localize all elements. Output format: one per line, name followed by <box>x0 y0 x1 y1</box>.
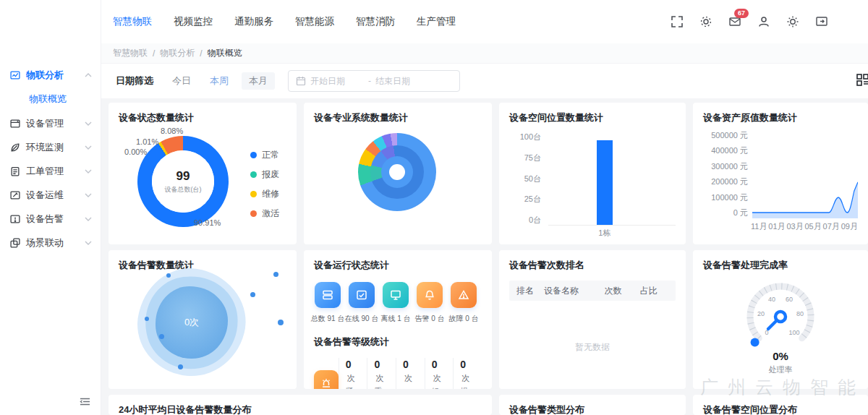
sidebar-subitem-iot-overview[interactable]: 物联概览 <box>0 88 101 110</box>
card-title: 设备告警次数排名 <box>509 259 676 272</box>
card-hourly-alarm-distribution: 24小时平均日设备告警数量分布 <box>109 395 492 415</box>
sidebar-item-iot-analysis[interactable]: 物联分析 <box>0 64 101 86</box>
level-important: 0次 重要 <box>367 358 396 389</box>
gauge-label: 处理率 <box>769 364 793 375</box>
card-title: 设备告警处理完成率 <box>703 259 858 272</box>
svg-text:40: 40 <box>768 296 775 303</box>
card-device-status: 设备状态数量统计 99 设备总数(台) 8.08% 1.01% 0.00% 90… <box>109 103 297 244</box>
chevron-down-icon <box>85 241 92 245</box>
sidebar-item-environment-monitoring[interactable]: 环境监测 <box>0 137 101 158</box>
gear-icon[interactable] <box>699 15 712 28</box>
card-alarm-count: 设备告警数量统计 0次 <box>109 250 297 389</box>
sidebar-item-scene-linkage[interactable]: 场景联动 <box>0 232 101 254</box>
quick-filter-week[interactable]: 本周 <box>210 74 229 87</box>
quick-filter-month[interactable]: 本月 <box>242 72 275 90</box>
sidebar: 物联分析 物联概览 设备管理 环境监测 工单管理 设备运维 设备告警 <box>0 0 101 415</box>
user-icon[interactable] <box>757 15 770 28</box>
sidebar-collapse-icon[interactable] <box>80 397 90 406</box>
level-hint: 0次 提示 <box>453 358 482 389</box>
siren-icon <box>314 370 339 390</box>
breadcrumb: 智慧物联 / 物联分析 / 物联概览 <box>101 43 868 64</box>
mail-icon[interactable]: 67 <box>728 15 741 28</box>
filter-bar: 日期筛选 今日 本周 本月 - <box>101 64 868 98</box>
empty-state: 暂无数据 <box>509 341 676 354</box>
fullscreen-icon[interactable] <box>671 15 684 28</box>
alarm-icon <box>417 282 443 308</box>
svg-text:80: 80 <box>796 310 804 317</box>
tab-video-monitoring[interactable]: 视频监控 <box>174 15 213 28</box>
breadcrumb-item[interactable]: 智慧物联 <box>113 47 148 59</box>
tab-production-management[interactable]: 生产管理 <box>417 15 456 28</box>
breadcrumb-item[interactable]: 物联分析 <box>160 47 195 59</box>
stat-fault: 故障 0 台 <box>450 282 477 324</box>
theme-sun-icon[interactable] <box>786 15 799 28</box>
date-range-picker[interactable]: - <box>288 70 460 92</box>
breadcrumb-current: 物联概览 <box>208 47 242 59</box>
svg-text:60: 60 <box>786 296 793 303</box>
legend-item-active[interactable]: 激活 <box>250 208 279 220</box>
bar-building-1 <box>597 140 613 225</box>
card-title: 设备运行状态统计 <box>314 259 482 272</box>
sidebar-item-device-alarm[interactable]: 设备告警 <box>0 208 101 230</box>
legend-item-normal[interactable]: 正常 <box>250 149 279 161</box>
status-legend: 正常 报废 维修 激活 <box>250 149 279 227</box>
stat-offline: 离线 1 台 <box>382 282 409 324</box>
chevron-down-icon <box>85 217 92 221</box>
card-title: 设备空间位置数量统计 <box>509 111 676 124</box>
device-icon <box>10 119 20 129</box>
sidebar-item-work-order[interactable]: 工单管理 <box>0 161 101 182</box>
dashboard-grid: 设备状态数量统计 99 设备总数(台) 8.08% 1.01% 0.00% 90… <box>101 98 868 415</box>
chevron-down-icon <box>85 121 92 126</box>
bar-chart: 100台75台50台25台0台 1栋 <box>509 132 676 226</box>
alarm-level-stats: 0次 紧急 0次 重要 0次 一般 0次 轻微 0次 提示 <box>314 358 482 389</box>
sidebar-item-device-ops[interactable]: 设备运维 <box>0 184 101 206</box>
tab-smart-fire[interactable]: 智慧消防 <box>356 15 395 28</box>
clipboard-icon <box>10 166 20 176</box>
stat-alarm: 告警 0 台 <box>416 282 443 324</box>
start-date-input[interactable] <box>310 76 364 86</box>
card-space-position: 设备空间位置数量统计 100台75台50台25台0台 1栋 <box>499 103 686 244</box>
alarm-level-title: 设备告警等级统计 <box>314 335 482 348</box>
x-tick-label: 1栋 <box>597 228 613 239</box>
stat-online: 在线 90 台 <box>348 282 375 324</box>
gauge-chart: 0 20 40 60 80 100 0% 处理率 <box>703 273 858 375</box>
card-title: 设备专业系统数量统计 <box>314 111 482 124</box>
card-alarm-type-distribution: 设备告警类型分布 <box>499 395 686 415</box>
screen-exit-icon[interactable] <box>815 15 828 28</box>
card-title: 设备状态数量统计 <box>119 111 286 124</box>
chevron-down-icon <box>85 193 92 197</box>
chevron-down-icon <box>85 145 92 150</box>
fault-icon <box>451 282 477 308</box>
tab-commute-service[interactable]: 通勤服务 <box>234 15 273 28</box>
card-professional-system: 设备专业系统数量统计 <box>304 103 492 244</box>
scene-icon <box>10 238 20 248</box>
stat-total: 总数 91 台 <box>314 282 341 324</box>
liquid-value: 0次 <box>184 316 199 329</box>
tab-smart-energy[interactable]: 智慧能源 <box>295 15 334 28</box>
card-alarm-ranking: 设备告警次数排名 排名 设备名称 次数 占比 暂无数据 <box>499 250 686 389</box>
level-general: 0次 一般 <box>396 358 425 389</box>
tab-smart-iot[interactable]: 智慧物联 <box>113 15 152 28</box>
area-chart-svg <box>752 130 858 218</box>
top-navigation: 智慧物联 视频监控 通勤服务 智慧能源 智慧消防 生产管理 67 <box>101 0 868 43</box>
legend-item-repair[interactable]: 维修 <box>250 188 279 200</box>
quick-filter-today[interactable]: 今日 <box>172 74 191 87</box>
card-completion-rate: 设备告警处理完成率 0 20 40 60 80 100 0% 处理率 <box>693 250 868 389</box>
grid-view-toggle-icon[interactable] <box>856 73 868 87</box>
svg-text:100: 100 <box>788 329 799 336</box>
card-asset-value: 设备资产原值数量统计 500000 元400000 元300000 元20000… <box>693 103 868 244</box>
card-alarm-space-distribution: 设备告警空间位置分布 <box>693 395 868 415</box>
running-status-tiles: 总数 91 台 在线 90 台 离线 1 台 告警 0 台 故障 0 台 <box>314 282 482 324</box>
alert-icon <box>10 214 20 224</box>
sidebar-item-device-management[interactable]: 设备管理 <box>0 113 101 134</box>
date-filter-label: 日期筛选 <box>116 74 153 87</box>
sidebar-item-label: 物联分析 <box>26 69 64 82</box>
legend-item-scrap[interactable]: 报废 <box>250 168 279 181</box>
offline-icon <box>383 282 409 308</box>
card-running-status: 设备运行状态统计 总数 91 台 在线 90 台 离线 1 台 告警 0 台 <box>304 250 492 389</box>
chart-icon <box>10 70 20 80</box>
end-date-input[interactable] <box>375 76 429 86</box>
online-icon <box>349 282 375 308</box>
leaf-icon <box>10 142 20 153</box>
donut-center: 99 设备总数(台) <box>137 136 229 227</box>
